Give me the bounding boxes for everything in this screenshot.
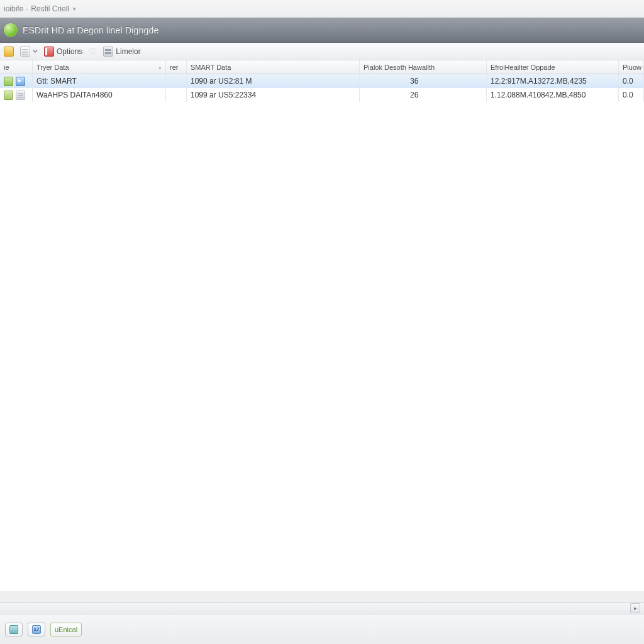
toolbar-folder-button[interactable]	[4, 47, 14, 57]
column-header-health[interactable]: Pialok Desoth Hawallth	[360, 60, 487, 74]
row-pluow: 0.0	[623, 91, 633, 99]
drive-icon	[16, 77, 25, 86]
row-oppade: 12.2:917M.A13272.MB,4235	[491, 77, 587, 86]
column-header-rer[interactable]: rer	[166, 60, 187, 74]
sort-indicator-icon: ▴	[158, 64, 162, 70]
row-health: 26	[410, 91, 418, 99]
flag-icon	[44, 47, 54, 57]
app-header: ESDrit HD at Degon linel Digngde	[0, 18, 644, 43]
window-titlebar: ioibife - Resfil Criell ▾	[0, 0, 644, 18]
row-smart: 1099 ar US5:22334	[191, 91, 256, 99]
table-header: ie Tryer Data▴ rer SMART Data Pialok Des…	[0, 60, 644, 74]
folder-icon	[4, 47, 14, 57]
column-header-pluow[interactable]: Pluow	[619, 60, 644, 74]
row-smart: 1090 ar US2:81 M	[191, 77, 252, 86]
app-header-title: ESDrit HD at Degon linel Digngde	[23, 25, 159, 35]
statusbar-uenical-button[interactable]: uEnical	[50, 623, 82, 636]
column-header-ie[interactable]: ie	[0, 60, 33, 74]
toolbar-favorite-button[interactable]: ♡	[89, 47, 97, 56]
statusbar-button-2[interactable]	[28, 623, 45, 636]
titlebar-right-text: Resfil Criell	[31, 4, 69, 13]
table-row[interactable]: WaAHPS DAlTAn4860 1099 ar US5:22334 26 1…	[0, 88, 644, 102]
table-row[interactable]: Gtl: SMART 1090 ar US2:81 M 36 12.2:917M…	[0, 74, 644, 88]
sheet-icon	[20, 47, 30, 57]
titlebar-left-text: ioibife	[4, 4, 23, 13]
row-name: WaAHPS DAlTAn4860	[36, 91, 113, 99]
chevron-down-icon	[33, 49, 38, 54]
app-orb-icon[interactable]	[4, 23, 18, 37]
row-name: Gtl: SMART	[36, 77, 77, 86]
horizontal-scroll-track[interactable]	[0, 602, 644, 614]
table-body: Gtl: SMART 1090 ar US2:81 M 36 12.2:917M…	[0, 74, 644, 591]
stack-icon	[103, 47, 113, 57]
column-header-tryer-data[interactable]: Tryer Data▴	[33, 60, 166, 74]
toolbar-limelor-button[interactable]: Limelor	[103, 47, 140, 57]
column-header-oppade[interactable]: EfroiHeailter Oppade	[487, 60, 619, 74]
column-header-smart-data[interactable]: SMART Data	[187, 60, 360, 74]
toolbar-limelor-label: Limelor	[116, 47, 140, 56]
toolbar-options-button[interactable]: Options	[44, 47, 82, 57]
main-toolbar: Options ♡ Limelor	[0, 43, 644, 60]
status-icon	[4, 77, 13, 86]
titlebar-dropdown-icon[interactable]: ▾	[73, 6, 76, 12]
calendar-icon	[32, 625, 41, 634]
titlebar-separator: -	[26, 4, 28, 13]
toolbar-options-label: Options	[57, 47, 82, 56]
scroll-right-button[interactable]: ▸	[630, 603, 640, 613]
drive-icon	[16, 91, 25, 100]
toolbar-sheet-dropdown[interactable]	[20, 47, 38, 57]
status-bar: uEnical	[0, 614, 644, 644]
square-teal-icon	[9, 625, 18, 634]
statusbar-button-1[interactable]	[5, 623, 23, 636]
row-health: 36	[410, 77, 418, 86]
row-oppade: 1.12.088M.410842.MB,4850	[491, 91, 586, 99]
status-icon	[4, 91, 13, 100]
row-pluow: 0.0	[623, 77, 633, 86]
heart-icon: ♡	[89, 47, 97, 56]
statusbar-button-label: uEnical	[55, 626, 77, 633]
